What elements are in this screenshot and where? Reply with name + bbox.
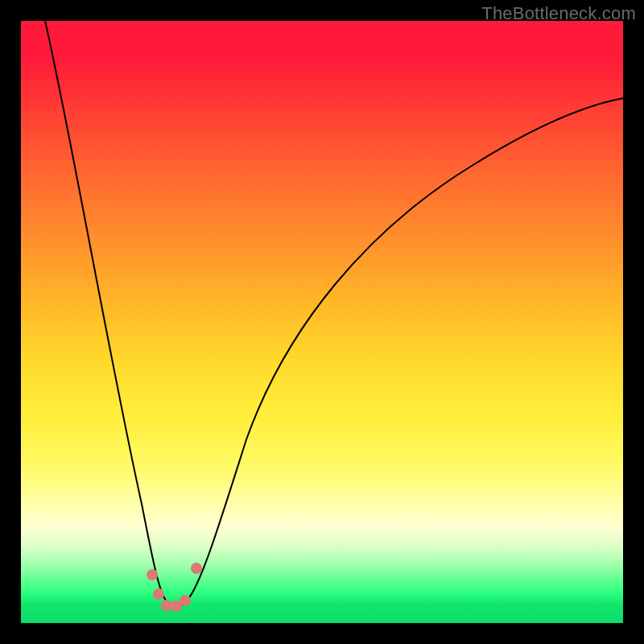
valley-dot-6 [191, 563, 202, 574]
plot-area [21, 21, 623, 623]
bottleneck-curve [45, 21, 623, 606]
valley-dot-5 [180, 595, 191, 606]
valley-dot-3 [161, 600, 172, 611]
valley-dot-1 [147, 569, 158, 580]
bottleneck-curve-svg [21, 21, 623, 623]
watermark-text: TheBottleneck.com [481, 3, 636, 24]
valley-dot-2 [153, 588, 164, 600]
